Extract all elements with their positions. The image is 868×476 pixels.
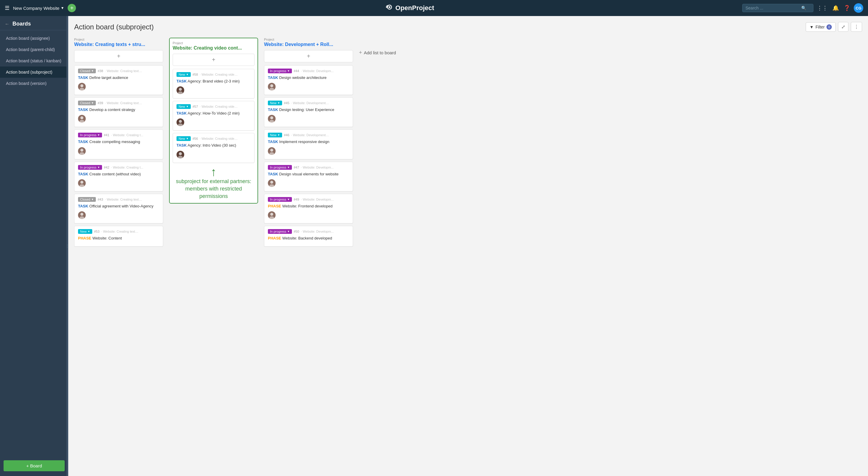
search-input[interactable] — [745, 6, 799, 10]
card-title: TASK Define target audience — [78, 75, 159, 81]
card-meta: New ▼#46· Website: Development + R... — [268, 132, 349, 138]
card-title: TASK Create compelling messaging — [78, 139, 159, 145]
card-title: PHASE Website: Content — [78, 236, 159, 241]
status-badge[interactable]: Closed ▼ — [78, 68, 96, 73]
resizer-handle: ⋮ — [66, 244, 68, 248]
svg-point-12 — [81, 181, 83, 184]
card-meta: In progress ▼#47· Website: Developm... — [268, 165, 349, 170]
bell-icon[interactable]: 🔔 — [832, 5, 839, 11]
card-avatar — [268, 147, 349, 156]
status-badge[interactable]: New ▼ — [268, 132, 282, 138]
card-meta: In progress ▼#50· Website: Developm... — [268, 229, 349, 234]
add-project-button[interactable]: + — [68, 4, 76, 12]
card-avatar — [78, 115, 159, 124]
card-c14[interactable]: In progress ▼#49· Website: Developm...PH… — [264, 194, 353, 224]
card-id: #57 — [192, 105, 198, 108]
card-c13[interactable]: In progress ▼#47· Website: Developm...TA… — [264, 162, 353, 191]
card-avatar — [268, 211, 349, 220]
card-avatar — [268, 179, 349, 188]
status-badge[interactable]: Closed ▼ — [78, 100, 96, 106]
sidebar-item-parent-child[interactable]: Action board (parent-child) — [0, 44, 68, 55]
card-title: TASK Implement responsive design — [268, 139, 349, 145]
card-c7[interactable]: New ▼#58· Website: Creating video c...TA… — [173, 69, 254, 98]
card-project-ref: · Website: Creating video c... — [199, 137, 238, 140]
card-c6[interactable]: New ▼#53· Website: Creating texts + ...P… — [74, 226, 163, 247]
card-c9[interactable]: New ▼#56· Website: Creating video c...TA… — [173, 133, 254, 162]
add-list-button[interactable]: + Add list to board — [359, 50, 396, 56]
add-card-button-col2[interactable]: + — [173, 54, 254, 66]
status-badge[interactable]: New ▼ — [78, 229, 92, 234]
card-c10[interactable]: In progress ▼#44· Website: Developm...TA… — [264, 65, 353, 95]
avatar[interactable]: CG — [854, 3, 863, 13]
status-badge[interactable]: Closed ▼ — [78, 197, 96, 202]
svg-point-36 — [270, 181, 273, 184]
app-name: OpenProject — [396, 4, 434, 12]
column-project-title[interactable]: Website: Creating video cont... — [173, 46, 254, 51]
card-c2[interactable]: Closed ▼#39· Website: Creating texts ...… — [74, 97, 163, 127]
card-id: #46 — [284, 133, 289, 137]
sidebar-header: ← Boards — [0, 16, 68, 30]
card-id: #39 — [98, 101, 103, 105]
card-project-ref: · Website: Creating t... — [111, 133, 143, 137]
sidebar-item-assignee[interactable]: Action board (assignee) — [0, 33, 68, 44]
status-badge[interactable]: In progress ▼ — [268, 68, 292, 73]
card-meta: In progress ▼#41· Website: Creating t... — [78, 132, 159, 138]
card-meta: In progress ▼#49· Website: Developm... — [268, 197, 349, 202]
sidebar-resizer[interactable]: ⋮ — [66, 16, 68, 476]
status-badge[interactable]: New ▼ — [177, 104, 191, 109]
add-list-section: + Add list to board — [359, 38, 412, 56]
status-badge[interactable]: In progress ▼ — [268, 229, 292, 234]
status-badge[interactable]: In progress ▼ — [268, 165, 292, 170]
column-annotation: ↑subproject for external partners: membe… — [173, 166, 254, 200]
card-title: PHASE Website: Frontend developed — [268, 204, 349, 209]
card-title: TASK Create content (without video) — [78, 172, 159, 177]
card-c5[interactable]: Closed ▼#43· Website: Creating texts ...… — [74, 194, 163, 224]
fullscreen-button[interactable]: ⤢ — [838, 22, 848, 32]
card-c15[interactable]: In progress ▼#50· Website: Developm...PH… — [264, 226, 353, 247]
card-type: TASK — [268, 140, 278, 144]
card-c1[interactable]: Closed ▼#38· Website: Creating texts ...… — [74, 65, 163, 95]
card-c12[interactable]: New ▼#46· Website: Development + R...TAS… — [264, 129, 353, 159]
status-badge[interactable]: New ▼ — [177, 72, 191, 77]
hamburger-icon[interactable]: ☰ — [5, 5, 9, 11]
grid-icon[interactable]: ⋮⋮ — [817, 5, 828, 11]
card-c8[interactable]: New ▼#57· Website: Creating video c...TA… — [173, 101, 254, 130]
status-badge[interactable]: In progress ▼ — [268, 197, 292, 202]
sidebar-item-status-kanban[interactable]: Action board (status / kanban) — [0, 55, 68, 66]
more-options-button[interactable]: ⋮ — [851, 22, 862, 32]
add-card-button-col3[interactable]: + — [264, 50, 353, 62]
help-icon[interactable]: ❓ — [844, 5, 850, 11]
card-type: TASK — [177, 111, 187, 115]
sidebar-item-version[interactable]: Action board (version) — [0, 78, 68, 89]
card-c4[interactable]: In progress ▼#42· Website: Creating t...… — [74, 162, 163, 191]
card-c11[interactable]: New ▼#45· Website: Development + R...TAS… — [264, 97, 353, 127]
status-badge[interactable]: In progress ▼ — [78, 132, 102, 138]
add-board-button[interactable]: + Board — [4, 460, 65, 471]
card-id: #42 — [104, 166, 109, 169]
project-name[interactable]: New Company Website ▼ — [13, 6, 64, 11]
add-card-button-col1[interactable]: + — [74, 50, 163, 62]
column-header-col2: Project Website: Creating video cont... — [173, 41, 254, 51]
board-column-col1: Project Website: Creating texts + stru..… — [74, 38, 163, 249]
svg-point-24 — [179, 152, 182, 155]
card-id: #53 — [94, 230, 99, 233]
card-type: TASK — [78, 172, 88, 176]
sidebar-item-subproject[interactable]: Action board (subproject) — [0, 66, 68, 78]
status-badge[interactable]: New ▼ — [177, 136, 191, 141]
filter-button[interactable]: ▼ Filter 0 — [806, 22, 836, 32]
card-project-ref: · Website: Developm... — [301, 230, 334, 233]
add-list-plus-icon: + — [359, 50, 362, 56]
card-id: #41 — [104, 133, 109, 137]
column-project-title[interactable]: Website: Development + Roll... — [264, 42, 353, 47]
card-id: #50 — [294, 230, 299, 233]
back-arrow-icon[interactable]: ← — [5, 21, 9, 27]
card-project-ref: · Website: Developm... — [301, 69, 334, 73]
status-badge[interactable]: In progress ▼ — [78, 165, 102, 170]
search-bar[interactable]: 🔍 — [742, 4, 813, 12]
card-c3[interactable]: In progress ▼#41· Website: Creating t...… — [74, 129, 163, 159]
column-project-title[interactable]: Website: Creating texts + stru... — [74, 42, 163, 47]
card-type: TASK — [268, 108, 278, 112]
project-name-caret: ▼ — [61, 6, 64, 10]
board-column-col2: Project Website: Creating video cont... … — [169, 38, 258, 204]
status-badge[interactable]: New ▼ — [268, 100, 282, 106]
